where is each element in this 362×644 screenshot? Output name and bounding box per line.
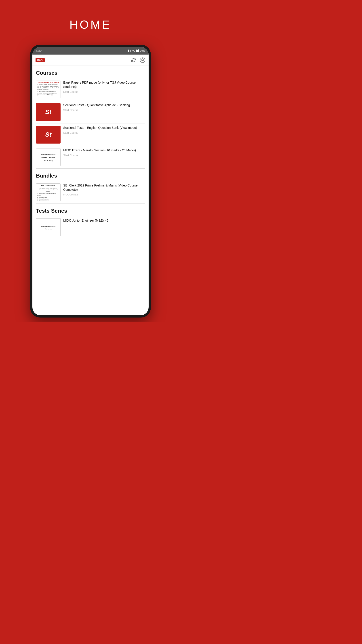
course-title: Bank Papers PDF mode (only for TGJ Video… [63, 80, 145, 89]
course-title-quant: Sectional Tests - Quantitative Aptitude … [63, 103, 145, 107]
course-item-midc[interactable]: MIDC Exam 2019 Section – Marathi (For al… [36, 146, 145, 168]
svg-point-3 [142, 58, 143, 60]
course-thumbnail-english: St [36, 126, 60, 144]
tests-item-midc-junior[interactable]: MIDC Exam 2019 Test for Jr... MIDC Junio… [36, 216, 145, 238]
thumb-st-label-2: St [45, 131, 51, 138]
scroll-area[interactable]: Courses TGJ'S Premium Bank Papers 1. Pre… [32, 66, 149, 315]
bundle-thumbnail-sbi: SBI CLERK 2019 Complete Preparation Cour… [36, 183, 60, 201]
phone-icon [128, 49, 131, 52]
course-title-english: Sectional Tests - English Question Bank … [63, 126, 145, 130]
course-action-quant[interactable]: Start Course [63, 109, 145, 112]
thumb-midc-title: MIDC Exam 2019 [37, 153, 59, 156]
course-info-english: Sectional Tests - English Question Bank … [63, 126, 145, 134]
bundle-count-sbi: 8 COURSES [63, 193, 145, 196]
course-action-midc[interactable]: Start Course [63, 154, 145, 157]
thumb-midc2: MIDC Exam 2019 Test for Jr... [36, 218, 60, 236]
app-bar-icons [131, 57, 145, 63]
course-info-midc: MIDC Exam - Marathi Section (10 marks / … [63, 148, 145, 157]
bundle-item-sbi[interactable]: SBI CLERK 2019 Complete Preparation Cour… [36, 181, 145, 204]
course-item-quant[interactable]: St Sectional Tests - Quantitative Aptitu… [36, 101, 145, 124]
course-thumbnail-bank: TGJ'S Premium Bank Papers 1. Previous ex… [36, 80, 60, 98]
status-icons: 4G 39% [128, 49, 145, 52]
status-time: 5:32 [36, 49, 41, 52]
thumb-sbi-sub: Complete Preparation Course [37, 188, 59, 189]
course-title-midc: MIDC Exam - Marathi Section (10 marks / … [63, 148, 145, 152]
course-info: Bank Papers PDF mode (only for TGJ Video… [63, 80, 145, 94]
tests-series-heading: Tests Series [36, 208, 145, 214]
course-thumbnail-quant: St [36, 103, 60, 121]
course-item[interactable]: TGJ'S Premium Bank Papers 1. Previous ex… [36, 78, 145, 101]
app-bar: TGJ'S [32, 54, 149, 66]
course-item-english[interactable]: St Sectional Tests - English Question Ba… [36, 124, 145, 146]
courses-heading: Courses [36, 70, 145, 76]
status-bar: 5:32 4G 39% [32, 47, 149, 54]
course-action-english[interactable]: Start Course [63, 131, 145, 134]
thumb-sbi-title: SBI CLERK 2019 [37, 185, 59, 187]
thumb-midc-note: (For all posts) [44, 159, 53, 161]
bundle-title-sbi: SBI Clerk 2019 Prime Prelims & Mains (Vi… [63, 183, 145, 192]
course-info-quant: Sectional Tests - Quantitative Aptitude … [63, 103, 145, 112]
thumb-midc2-sub: Test for Jr... [45, 228, 52, 230]
thumb-sbi-list: 1. Quantitative Aptitude (Numerical Abil… [37, 192, 59, 201]
signal-icon [136, 49, 139, 52]
svg-rect-1 [130, 50, 130, 52]
app-logo: TGJ'S [35, 58, 45, 62]
svg-rect-0 [128, 50, 129, 52]
phone-mockup: 5:32 4G 39% TGJ'S [30, 45, 151, 318]
bundles-heading: Bundles [36, 173, 145, 179]
thumb-midc2-title: MIDC Exam 2019 [38, 225, 58, 228]
thumb-midc-sub: Section – Marathi [41, 156, 55, 158]
refresh-icon[interactable] [131, 57, 137, 63]
tests-info-midc: MIDC Junior Engineer (M&E) - 5 [63, 218, 145, 224]
battery-text: 39% [140, 50, 145, 52]
course-thumbnail-midc: MIDC Exam 2019 Section – Marathi (For al… [36, 148, 60, 166]
tests-title-midc: MIDC Junior Engineer (M&E) - 5 [63, 218, 145, 223]
thumb-bank-text: 1. Previous exams papers of IBPS PO, SBI… [37, 84, 59, 96]
course-action[interactable]: Start Course [63, 90, 145, 94]
network-icon: 4G [132, 50, 135, 52]
thumb-bank-title: TGJ'S Premium Bank Papers [37, 82, 59, 84]
bundle-info-sbi: SBI Clerk 2019 Prime Prelims & Mains (Vi… [63, 183, 145, 196]
profile-icon[interactable] [140, 57, 145, 63]
page-title: HOME [69, 18, 111, 31]
thumb-st-label: St [45, 108, 51, 116]
thumb-sbi-sub2: (Video Lectures, Test series & E-books) [37, 189, 59, 192]
